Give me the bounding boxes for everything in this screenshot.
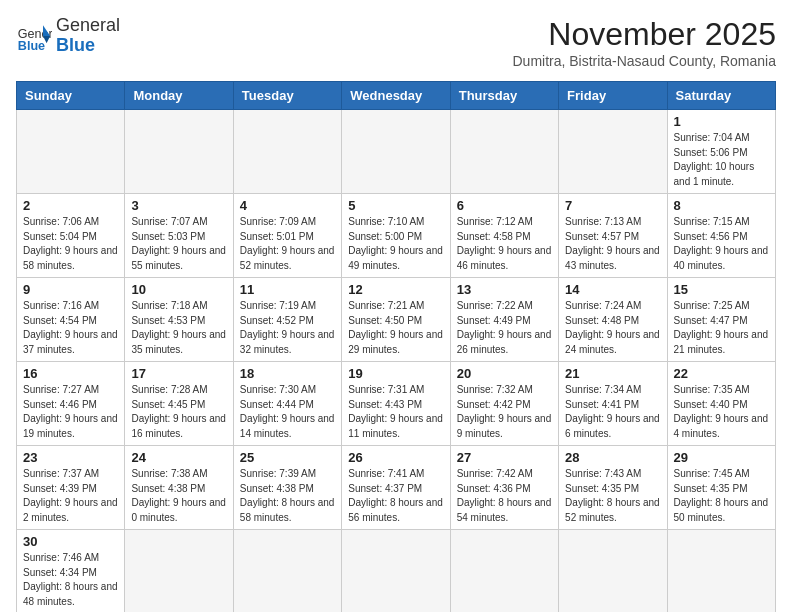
day-info: Sunrise: 7:19 AM Sunset: 4:52 PM Dayligh… bbox=[240, 299, 335, 357]
calendar-cell bbox=[450, 530, 558, 613]
calendar-cell bbox=[559, 530, 667, 613]
day-number: 2 bbox=[23, 198, 118, 213]
day-info: Sunrise: 7:45 AM Sunset: 4:35 PM Dayligh… bbox=[674, 467, 769, 525]
day-number: 23 bbox=[23, 450, 118, 465]
calendar-cell bbox=[667, 530, 775, 613]
calendar-cell bbox=[233, 530, 341, 613]
day-number: 28 bbox=[565, 450, 660, 465]
calendar-cell: 7Sunrise: 7:13 AM Sunset: 4:57 PM Daylig… bbox=[559, 194, 667, 278]
calendar-cell: 20Sunrise: 7:32 AM Sunset: 4:42 PM Dayli… bbox=[450, 362, 558, 446]
calendar-cell: 14Sunrise: 7:24 AM Sunset: 4:48 PM Dayli… bbox=[559, 278, 667, 362]
weekday-header-monday: Monday bbox=[125, 82, 233, 110]
day-info: Sunrise: 7:24 AM Sunset: 4:48 PM Dayligh… bbox=[565, 299, 660, 357]
calendar-cell: 30Sunrise: 7:46 AM Sunset: 4:34 PM Dayli… bbox=[17, 530, 125, 613]
day-info: Sunrise: 7:12 AM Sunset: 4:58 PM Dayligh… bbox=[457, 215, 552, 273]
day-info: Sunrise: 7:25 AM Sunset: 4:47 PM Dayligh… bbox=[674, 299, 769, 357]
calendar-cell bbox=[125, 530, 233, 613]
day-info: Sunrise: 7:46 AM Sunset: 4:34 PM Dayligh… bbox=[23, 551, 118, 609]
day-number: 15 bbox=[674, 282, 769, 297]
day-info: Sunrise: 7:30 AM Sunset: 4:44 PM Dayligh… bbox=[240, 383, 335, 441]
day-number: 16 bbox=[23, 366, 118, 381]
day-number: 4 bbox=[240, 198, 335, 213]
day-info: Sunrise: 7:41 AM Sunset: 4:37 PM Dayligh… bbox=[348, 467, 443, 525]
calendar-cell: 13Sunrise: 7:22 AM Sunset: 4:49 PM Dayli… bbox=[450, 278, 558, 362]
day-info: Sunrise: 7:27 AM Sunset: 4:46 PM Dayligh… bbox=[23, 383, 118, 441]
calendar-cell bbox=[342, 110, 450, 194]
day-number: 25 bbox=[240, 450, 335, 465]
day-number: 7 bbox=[565, 198, 660, 213]
logo-general: General bbox=[56, 16, 120, 36]
calendar-cell: 29Sunrise: 7:45 AM Sunset: 4:35 PM Dayli… bbox=[667, 446, 775, 530]
title-area: November 2025 Dumitra, Bistrita-Nasaud C… bbox=[512, 16, 776, 69]
calendar-week-row: 16Sunrise: 7:27 AM Sunset: 4:46 PM Dayli… bbox=[17, 362, 776, 446]
day-number: 14 bbox=[565, 282, 660, 297]
day-number: 27 bbox=[457, 450, 552, 465]
calendar-cell bbox=[233, 110, 341, 194]
day-info: Sunrise: 7:37 AM Sunset: 4:39 PM Dayligh… bbox=[23, 467, 118, 525]
calendar-cell: 12Sunrise: 7:21 AM Sunset: 4:50 PM Dayli… bbox=[342, 278, 450, 362]
day-number: 30 bbox=[23, 534, 118, 549]
day-info: Sunrise: 7:32 AM Sunset: 4:42 PM Dayligh… bbox=[457, 383, 552, 441]
calendar-cell: 10Sunrise: 7:18 AM Sunset: 4:53 PM Dayli… bbox=[125, 278, 233, 362]
weekday-header-wednesday: Wednesday bbox=[342, 82, 450, 110]
day-number: 11 bbox=[240, 282, 335, 297]
day-info: Sunrise: 7:07 AM Sunset: 5:03 PM Dayligh… bbox=[131, 215, 226, 273]
day-info: Sunrise: 7:39 AM Sunset: 4:38 PM Dayligh… bbox=[240, 467, 335, 525]
day-number: 22 bbox=[674, 366, 769, 381]
calendar-table: SundayMondayTuesdayWednesdayThursdayFrid… bbox=[16, 81, 776, 612]
weekday-header-thursday: Thursday bbox=[450, 82, 558, 110]
calendar-cell bbox=[17, 110, 125, 194]
calendar-cell: 5Sunrise: 7:10 AM Sunset: 5:00 PM Daylig… bbox=[342, 194, 450, 278]
calendar-cell: 19Sunrise: 7:31 AM Sunset: 4:43 PM Dayli… bbox=[342, 362, 450, 446]
weekday-header-row: SundayMondayTuesdayWednesdayThursdayFrid… bbox=[17, 82, 776, 110]
day-info: Sunrise: 7:04 AM Sunset: 5:06 PM Dayligh… bbox=[674, 131, 769, 189]
day-info: Sunrise: 7:06 AM Sunset: 5:04 PM Dayligh… bbox=[23, 215, 118, 273]
day-info: Sunrise: 7:22 AM Sunset: 4:49 PM Dayligh… bbox=[457, 299, 552, 357]
logo: General Blue General Blue bbox=[16, 16, 120, 56]
calendar-week-row: 1Sunrise: 7:04 AM Sunset: 5:06 PM Daylig… bbox=[17, 110, 776, 194]
calendar-cell: 18Sunrise: 7:30 AM Sunset: 4:44 PM Dayli… bbox=[233, 362, 341, 446]
day-number: 24 bbox=[131, 450, 226, 465]
calendar-cell: 3Sunrise: 7:07 AM Sunset: 5:03 PM Daylig… bbox=[125, 194, 233, 278]
calendar-cell: 6Sunrise: 7:12 AM Sunset: 4:58 PM Daylig… bbox=[450, 194, 558, 278]
day-number: 18 bbox=[240, 366, 335, 381]
day-number: 8 bbox=[674, 198, 769, 213]
day-info: Sunrise: 7:16 AM Sunset: 4:54 PM Dayligh… bbox=[23, 299, 118, 357]
day-number: 6 bbox=[457, 198, 552, 213]
day-number: 5 bbox=[348, 198, 443, 213]
logo-text: General Blue bbox=[56, 16, 120, 56]
calendar-cell: 23Sunrise: 7:37 AM Sunset: 4:39 PM Dayli… bbox=[17, 446, 125, 530]
day-number: 12 bbox=[348, 282, 443, 297]
calendar-week-row: 30Sunrise: 7:46 AM Sunset: 4:34 PM Dayli… bbox=[17, 530, 776, 613]
calendar-week-row: 23Sunrise: 7:37 AM Sunset: 4:39 PM Dayli… bbox=[17, 446, 776, 530]
calendar-cell: 24Sunrise: 7:38 AM Sunset: 4:38 PM Dayli… bbox=[125, 446, 233, 530]
day-info: Sunrise: 7:10 AM Sunset: 5:00 PM Dayligh… bbox=[348, 215, 443, 273]
day-info: Sunrise: 7:35 AM Sunset: 4:40 PM Dayligh… bbox=[674, 383, 769, 441]
weekday-header-saturday: Saturday bbox=[667, 82, 775, 110]
calendar-cell: 27Sunrise: 7:42 AM Sunset: 4:36 PM Dayli… bbox=[450, 446, 558, 530]
day-number: 9 bbox=[23, 282, 118, 297]
calendar-cell: 16Sunrise: 7:27 AM Sunset: 4:46 PM Dayli… bbox=[17, 362, 125, 446]
calendar-week-row: 9Sunrise: 7:16 AM Sunset: 4:54 PM Daylig… bbox=[17, 278, 776, 362]
day-info: Sunrise: 7:15 AM Sunset: 4:56 PM Dayligh… bbox=[674, 215, 769, 273]
day-number: 21 bbox=[565, 366, 660, 381]
calendar-cell: 25Sunrise: 7:39 AM Sunset: 4:38 PM Dayli… bbox=[233, 446, 341, 530]
header: General Blue General Blue November 2025 … bbox=[16, 16, 776, 69]
calendar-cell: 1Sunrise: 7:04 AM Sunset: 5:06 PM Daylig… bbox=[667, 110, 775, 194]
calendar-cell: 4Sunrise: 7:09 AM Sunset: 5:01 PM Daylig… bbox=[233, 194, 341, 278]
logo-blue: Blue bbox=[56, 36, 120, 56]
day-number: 3 bbox=[131, 198, 226, 213]
day-info: Sunrise: 7:34 AM Sunset: 4:41 PM Dayligh… bbox=[565, 383, 660, 441]
day-info: Sunrise: 7:42 AM Sunset: 4:36 PM Dayligh… bbox=[457, 467, 552, 525]
weekday-header-tuesday: Tuesday bbox=[233, 82, 341, 110]
calendar-subtitle: Dumitra, Bistrita-Nasaud County, Romania bbox=[512, 53, 776, 69]
calendar-week-row: 2Sunrise: 7:06 AM Sunset: 5:04 PM Daylig… bbox=[17, 194, 776, 278]
calendar-cell: 26Sunrise: 7:41 AM Sunset: 4:37 PM Dayli… bbox=[342, 446, 450, 530]
calendar-cell: 28Sunrise: 7:43 AM Sunset: 4:35 PM Dayli… bbox=[559, 446, 667, 530]
weekday-header-sunday: Sunday bbox=[17, 82, 125, 110]
day-number: 20 bbox=[457, 366, 552, 381]
day-info: Sunrise: 7:43 AM Sunset: 4:35 PM Dayligh… bbox=[565, 467, 660, 525]
calendar-cell bbox=[342, 530, 450, 613]
day-number: 17 bbox=[131, 366, 226, 381]
day-info: Sunrise: 7:38 AM Sunset: 4:38 PM Dayligh… bbox=[131, 467, 226, 525]
